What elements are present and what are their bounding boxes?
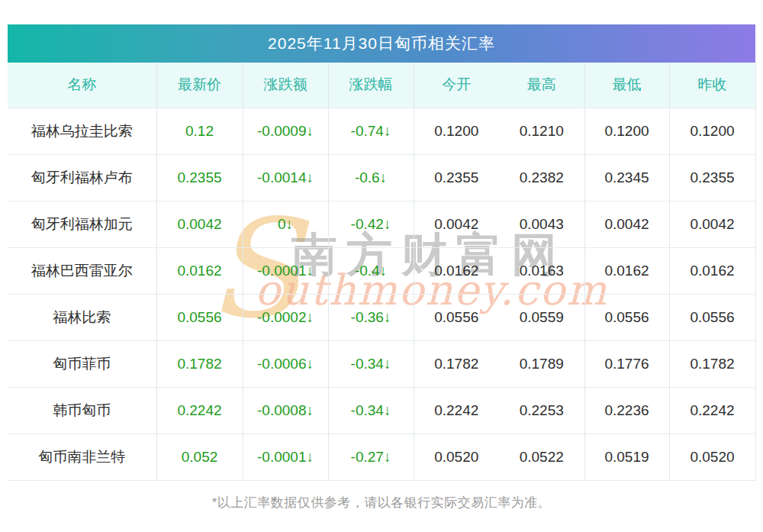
table-row: 匈币南非兰特0.052-0.0001↓-0.27↓0.05200.05220.0… [8,434,755,480]
rate-value-cell: 0.2242 [669,387,755,434]
currency-pair-name: 匈牙利福林加元 [8,201,156,247]
currency-pair-name: 匈牙利福林卢布 [8,154,156,201]
column-header-change-amount: 涨跌额 [243,63,328,108]
rate-value-cell: -0.27↓ [328,434,414,480]
rate-value-cell: 0.2355 [669,154,755,201]
rate-table: 名称 最新价 涨跌额 涨跌幅 今开 最高 最低 昨收 福林乌拉圭比索0.12-0… [8,63,756,481]
rate-value-cell: -0.0006↓ [243,340,328,387]
rate-value-cell: 0.1776 [584,340,669,387]
table-row: 匈币菲币0.1782-0.0006↓-0.34↓0.17820.17890.17… [8,340,755,387]
rate-value-cell: 0.0556 [156,294,243,340]
table-row: 韩币匈币0.2242-0.0008↓-0.34↓0.22420.22530.22… [8,387,755,434]
rate-value-cell: -0.0002↓ [243,294,328,340]
rate-value-cell: -0.0001↓ [243,434,328,480]
rate-value-cell: 0.052 [156,434,243,480]
rate-value-cell: 0.0556 [669,294,755,340]
table-row: 匈牙利福林卢布0.2355-0.0014↓-0.6↓0.23550.23820.… [8,154,755,201]
rate-value-cell: 0.2236 [584,387,669,434]
column-header-open: 今开 [414,63,499,108]
rate-value-cell: 0.1789 [499,340,584,387]
rate-value-cell: 0.2253 [499,387,584,434]
rate-value-cell: 0.0042 [156,201,243,247]
currency-pair-name: 福林乌拉圭比索 [8,108,156,154]
rate-value-cell: 0.2345 [584,154,669,201]
rate-table-head: 名称 最新价 涨跌额 涨跌幅 今开 最高 最低 昨收 [8,63,755,108]
table-row: 福林乌拉圭比索0.12-0.0009↓-0.74↓0.12000.12100.1… [8,108,755,154]
rate-value-cell: 0.0556 [414,294,499,340]
rate-value-cell: 0.0520 [414,434,499,480]
rate-value-cell: 0.1782 [414,340,499,387]
rate-value-cell: 0.0163 [499,247,584,294]
currency-pair-name: 福林巴西雷亚尔 [8,247,156,294]
currency-pair-name: 韩币匈币 [8,387,156,434]
page-title: 2025年11月30日匈币相关汇率 [268,33,495,54]
currency-pair-name: 匈币南非兰特 [8,434,156,480]
rate-value-cell: 0.0042 [669,201,755,247]
rate-value-cell: -0.0001↓ [243,247,328,294]
table-row: 匈牙利福林加元0.00420↓-0.42↓0.00420.00430.00420… [8,201,755,247]
column-header-low: 最低 [584,63,669,108]
currency-pair-name: 福林比索 [8,294,156,340]
rate-value-cell: -0.74↓ [328,108,414,154]
rate-value-cell: -0.0008↓ [243,387,328,434]
rate-value-cell: 0↓ [243,201,328,247]
rate-value-cell: 0.1210 [499,108,584,154]
currency-pair-name: 匈币菲币 [8,340,156,387]
rate-value-cell: 0.1782 [156,340,243,387]
footnote: *以上汇率数据仅供参考，请以各银行实际交易汇率为准。 [8,494,755,511]
rate-value-cell: 0.0556 [584,294,669,340]
exchange-rate-page: 2025年11月30日匈币相关汇率 S 南方财富网 outhmoney.com … [0,0,763,532]
rate-value-cell: 0.2355 [156,154,243,201]
table-row: 福林巴西雷亚尔0.0162-0.0001↓-0.4↓0.01620.01630.… [8,247,755,294]
title-banner: 2025年11月30日匈币相关汇率 [8,24,755,63]
rate-value-cell: 0.0559 [499,294,584,340]
rate-value-cell: -0.36↓ [328,294,414,340]
rate-value-cell: -0.6↓ [328,154,414,201]
rate-value-cell: 0.0162 [669,247,755,294]
rate-value-cell: 0.0042 [414,201,499,247]
rate-value-cell: -0.34↓ [328,340,414,387]
rate-value-cell: -0.42↓ [328,201,414,247]
column-header-name: 名称 [8,63,156,108]
column-header-high: 最高 [499,63,584,108]
column-header-change-percent: 涨跌幅 [328,63,414,108]
rate-value-cell: 0.12 [156,108,243,154]
rate-value-cell: -0.0009↓ [243,108,328,154]
rate-value-cell: -0.4↓ [328,247,414,294]
rate-value-cell: 0.2242 [156,387,243,434]
rate-value-cell: 0.2355 [414,154,499,201]
rate-value-cell: 0.0519 [584,434,669,480]
rate-table-body: 福林乌拉圭比索0.12-0.0009↓-0.74↓0.12000.12100.1… [8,108,755,480]
rate-value-cell: 0.2242 [414,387,499,434]
rate-value-cell: -0.0014↓ [243,154,328,201]
rate-table-wrap: 2025年11月30日匈币相关汇率 S 南方财富网 outhmoney.com … [8,24,755,481]
rate-value-cell: 0.0042 [584,201,669,247]
rate-value-cell: 0.0162 [584,247,669,294]
rate-value-cell: 0.1200 [669,108,755,154]
rate-value-cell: 0.1782 [669,340,755,387]
rate-value-cell: 0.0162 [156,247,243,294]
column-header-prev-close: 昨收 [669,63,755,108]
rate-value-cell: 0.1200 [584,108,669,154]
column-header-latest-price: 最新价 [156,63,243,108]
rate-value-cell: 0.0043 [499,201,584,247]
table-row: 福林比索0.0556-0.0002↓-0.36↓0.05560.05590.05… [8,294,755,340]
rate-value-cell: -0.34↓ [328,387,414,434]
rate-value-cell: 0.0162 [414,247,499,294]
rate-value-cell: 0.0520 [669,434,755,480]
rate-value-cell: 0.0522 [499,434,584,480]
rate-value-cell: 0.2382 [499,154,584,201]
rate-value-cell: 0.1200 [414,108,499,154]
header-row: 名称 最新价 涨跌额 涨跌幅 今开 最高 最低 昨收 [8,63,755,108]
